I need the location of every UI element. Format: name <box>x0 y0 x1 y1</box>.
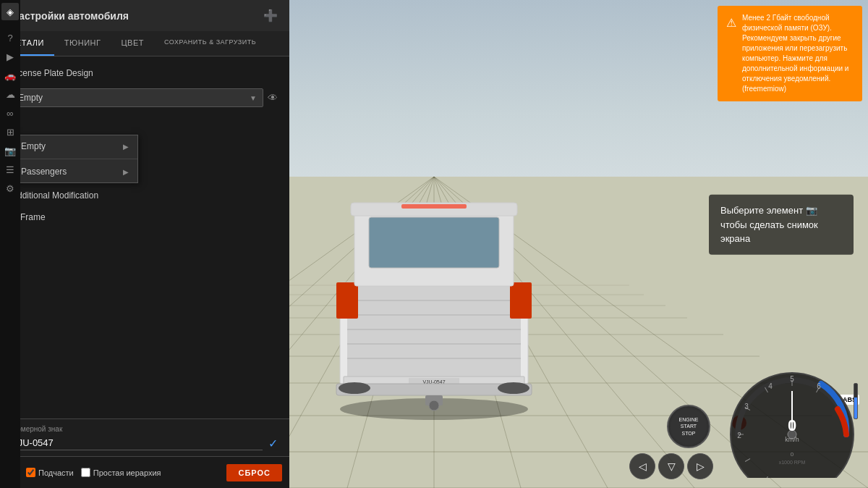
panel-content: License Plate Design Empty ▼ 👁 Empty ▶ P… <box>0 56 289 234</box>
subparts-checkbox-input[interactable] <box>26 468 35 477</box>
sidebar-icon-infinity[interactable]: ∞ <box>1 104 19 122</box>
svg-point-41 <box>429 400 439 411</box>
sidebar-icon-menu[interactable]: ☰ <box>1 161 19 178</box>
tab-save-load[interactable]: СОХРАНИТЬ & ЗАГРУЗИТЬ <box>154 31 266 56</box>
tabs-bar: ДЕТАЛИ ТЮНИНГ ЦВЕТ СОХРАНИТЬ & ЗАГРУЗИТЬ <box>0 31 289 56</box>
popup-passengers-arrow: ▶ <box>123 168 129 176</box>
sidebar-icon-play[interactable]: ▶ <box>1 48 19 65</box>
truck-model: VJU-0547 <box>297 174 571 423</box>
popup-divider <box>12 159 137 159</box>
sidebar-icon-layers[interactable]: ◈ <box>1 3 19 20</box>
svg-rect-37 <box>369 217 499 268</box>
dropdown-arrow-icon: ▼ <box>250 94 257 102</box>
eye-icon[interactable]: 👁 <box>268 92 278 104</box>
svg-text:3: 3 <box>744 403 749 411</box>
dropdown-popup: Empty ▶ Passengers ▶ <box>12 135 138 183</box>
additional-mod-row[interactable]: Additional Modification <box>0 185 289 206</box>
frame-label: Frame <box>20 212 278 222</box>
license-plate-selected: Empty <box>18 93 43 103</box>
bottom-bar: ← Подчасти Простая иерархия СБРОС <box>0 456 289 488</box>
svg-text:5: 5 <box>790 375 794 383</box>
license-plate-dropdown-row: Empty ▼ 👁 <box>0 84 289 112</box>
sidebar-icon-cloud[interactable]: ☁ <box>1 85 19 103</box>
license-plate-dropdown[interactable]: Empty ▼ <box>12 88 263 107</box>
svg-rect-39 <box>401 204 467 209</box>
svg-point-42 <box>339 382 370 394</box>
input-label: Номерной знак <box>12 425 278 433</box>
speedometer: 2 3 4 5 6 0 km/h 0 x1000 RPM <box>723 366 861 481</box>
simple-hierarchy-checkbox[interactable]: Простая иерархия <box>81 468 161 477</box>
simple-hierarchy-input[interactable] <box>81 468 90 477</box>
panel-header: Настройки автомобиля ➕ <box>0 0 289 31</box>
simple-hierarchy-label: Простая иерархия <box>93 468 161 477</box>
svg-point-43 <box>498 382 529 394</box>
svg-text:0: 0 <box>791 451 794 458</box>
warning-icon: ⚠ <box>726 14 736 94</box>
warning-panel[interactable]: ⚠ Менее 2 Гбайт свободной физической пам… <box>718 6 862 101</box>
sidebar-icons: ◈ ? ▶ 🚗 ☁ ∞ ⊞ 📷 ☰ ⚙ <box>0 0 20 488</box>
reset-button[interactable]: СБРОС <box>226 464 282 481</box>
license-plate-label: License Plate Design <box>12 68 278 78</box>
svg-text:4: 4 <box>768 382 773 390</box>
sidebar-icon-camera[interactable]: 📷 <box>1 142 19 159</box>
confirm-icon[interactable]: ✓ <box>268 437 278 450</box>
add-button[interactable]: ➕ <box>263 9 278 22</box>
license-plate-row: License Plate Design <box>0 62 289 84</box>
engine-button[interactable]: ENGINESTARTSTOP <box>667 405 710 448</box>
popup-item-empty[interactable]: Empty ▶ <box>12 135 137 157</box>
sidebar-icon-car[interactable]: 🚗 <box>1 67 19 84</box>
input-row: ✓ <box>12 436 278 450</box>
svg-text:6: 6 <box>817 382 821 390</box>
sidebar-icon-grid[interactable]: ⊞ <box>1 123 19 140</box>
subparts-label: Подчасти <box>38 468 74 477</box>
subparts-checkbox[interactable]: Подчасти <box>26 468 74 477</box>
input-section: Номерной знак ✓ <box>0 418 289 456</box>
svg-rect-35 <box>510 282 532 319</box>
popup-empty-arrow: ▶ <box>123 143 129 151</box>
hud-nav: ◁ ▽ ▷ <box>629 453 713 479</box>
screenshot-hint: Выберите элемент 📷 чтобы сделать снимок … <box>709 195 854 255</box>
nav-down-button[interactable]: ▽ <box>658 453 684 479</box>
plate-input[interactable] <box>12 436 263 450</box>
svg-rect-34 <box>336 282 358 319</box>
screenshot-hint-text: Выберите элемент 📷 чтобы сделать снимок … <box>720 205 818 244</box>
svg-text:x1000 RPM: x1000 RPM <box>779 460 806 465</box>
panel-title: Настройки автомобиля <box>12 10 129 22</box>
additional-mod-label: Additional Modification <box>12 190 278 201</box>
warning-text: Менее 2 Гбайт свободной физической памят… <box>742 13 854 94</box>
popup-item-passengers[interactable]: Passengers ▶ <box>12 161 137 182</box>
nav-right-button[interactable]: ▷ <box>687 453 713 479</box>
engine-label: ENGINESTARTSTOP <box>679 416 699 436</box>
tab-tuning[interactable]: ТЮНИНГ <box>54 31 111 56</box>
sidebar-icon-settings[interactable]: ⚙ <box>1 180 19 197</box>
left-panel: Настройки автомобиля ➕ ДЕТАЛИ ТЮНИНГ ЦВЕ… <box>0 0 289 488</box>
svg-text:0: 0 <box>788 416 796 434</box>
svg-text:km/h: km/h <box>785 436 799 443</box>
tab-color[interactable]: ЦВЕТ <box>111 31 154 56</box>
sidebar-icon-help[interactable]: ? <box>1 29 19 46</box>
frame-row[interactable]: ▶ Frame <box>0 206 289 228</box>
nav-left-button[interactable]: ◁ <box>629 453 655 479</box>
svg-text:2: 2 <box>737 432 741 439</box>
